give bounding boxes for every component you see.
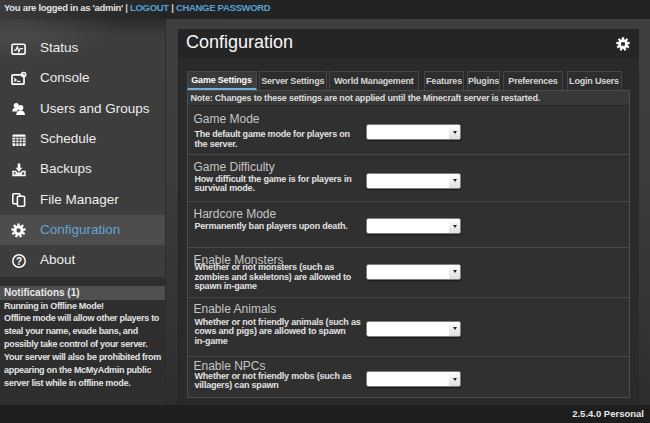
svg-text:?: ? [15,255,21,266]
